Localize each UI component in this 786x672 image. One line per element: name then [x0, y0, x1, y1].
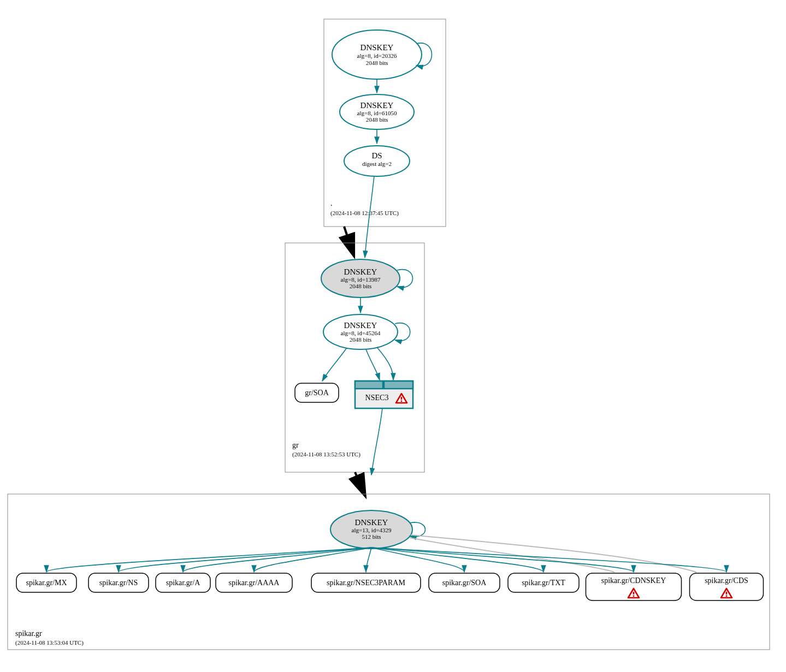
svg-text:alg=8, id=61050: alg=8, id=61050	[357, 110, 397, 116]
gr-soa-node: gr/SOA	[295, 383, 339, 402]
svg-text:DNSKEY: DNSKEY	[344, 321, 377, 330]
svg-text:gr/SOA: gr/SOA	[305, 389, 329, 397]
gr-zsk-node: DNSKEY alg=8, id=45264 2048 bits	[323, 314, 398, 349]
svg-text:alg=8, id=45264: alg=8, id=45264	[341, 330, 381, 336]
svg-text:alg=8, id=20326: alg=8, id=20326	[357, 52, 397, 59]
svg-text:digest alg=2: digest alg=2	[362, 160, 392, 167]
edge-gr-zsk-nsec3-1	[366, 349, 380, 380]
svg-text:2048 bits: 2048 bits	[350, 336, 372, 343]
record-label: spikar.gr/NS	[99, 579, 138, 587]
spikar-ksk-node: DNSKEY alg=13, id=4329 512 bits	[330, 510, 412, 549]
record-label: spikar.gr/TXT	[522, 579, 565, 587]
edge-zone-root-to-gr	[344, 227, 352, 251]
gr-nsec3-node: NSEC3	[355, 381, 413, 408]
svg-text:DS: DS	[371, 151, 382, 160]
svg-rect-25	[355, 381, 383, 389]
record-label: spikar.gr/A	[166, 579, 200, 587]
svg-text:512 bits: 512 bits	[362, 533, 381, 540]
record-label: spikar.gr/AAAA	[229, 579, 280, 587]
zone-root-timestamp: (2024-11-08 12:37:45 UTC)	[330, 210, 399, 217]
zone-spikar-label: spikar.gr	[15, 629, 42, 638]
svg-text:DNSKEY: DNSKEY	[361, 101, 394, 110]
edge-spikar-to-record	[366, 548, 371, 572]
zone-gr-timestamp: (2024-11-08 13:52:53 UTC)	[292, 451, 361, 458]
svg-text:alg=8, id=13987: alg=8, id=13987	[341, 276, 381, 283]
edge-spikar-to-record	[119, 548, 371, 572]
record-label: spikar.gr/CDS	[705, 576, 748, 585]
edge-ds-to-gr-ksk	[365, 176, 374, 258]
edge-zone-gr-to-spikar	[355, 472, 363, 491]
zone-gr-label: gr	[292, 441, 299, 449]
svg-text:DNSKEY: DNSKEY	[355, 518, 388, 527]
svg-text:2048 bits: 2048 bits	[366, 60, 388, 66]
edge-nsec3-to-spikar	[371, 408, 382, 475]
svg-text:2048 bits: 2048 bits	[366, 116, 388, 123]
root-ds-node: DS digest alg=2	[344, 146, 410, 176]
edge-grey-cdnskey	[410, 538, 614, 572]
svg-text:DNSKEY: DNSKEY	[344, 267, 377, 276]
record-label: spikar.gr/CDNSKEY	[601, 576, 666, 585]
root-ksk-node: DNSKEY alg=8, id=20326 2048 bits	[332, 30, 422, 79]
svg-text:2048 bits: 2048 bits	[350, 283, 372, 289]
svg-rect-26	[384, 381, 413, 389]
record-label: spikar.gr/MX	[26, 579, 67, 587]
svg-text:NSEC3: NSEC3	[365, 394, 389, 402]
record-label: spikar.gr/SOA	[442, 579, 487, 587]
edge-gr-zsk-nsec3-2	[377, 347, 393, 380]
zone-spikar-timestamp: (2024-11-08 13:53:04 UTC)	[15, 639, 84, 646]
gr-ksk-node: DNSKEY alg=8, id=13987 2048 bits	[321, 259, 400, 298]
svg-text:DNSKEY: DNSKEY	[361, 43, 394, 52]
dnssec-graph: . (2024-11-08 12:37:45 UTC) DNSKEY alg=8…	[0, 0, 786, 672]
record-label: spikar.gr/NSEC3PARAM	[327, 579, 405, 587]
edge-gr-zsk-soa	[322, 348, 347, 381]
svg-text:alg=13, id=4329: alg=13, id=4329	[352, 527, 392, 533]
root-zsk-node: DNSKEY alg=8, id=61050 2048 bits	[340, 94, 414, 129]
edge-spikar-to-record	[371, 548, 543, 572]
zone-root-label: .	[330, 199, 333, 207]
